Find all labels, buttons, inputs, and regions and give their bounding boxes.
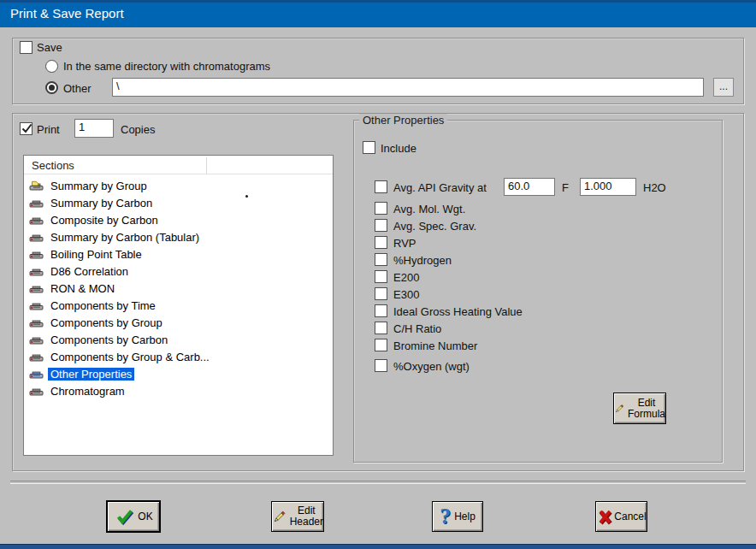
section-item-summary-by-group[interactable]: Summary by Group: [27, 178, 327, 195]
hydrogen-label: %Hydrogen: [393, 254, 452, 267]
section-item-chromatogram[interactable]: Chromatogram: [27, 383, 327, 400]
other-directory-radio[interactable]: [45, 81, 58, 94]
cancel-button-label: Cancel: [614, 511, 646, 522]
section-item-summary-by-carbon[interactable]: Summary by Carbon: [27, 195, 327, 212]
e200-checkbox[interactable]: [375, 270, 387, 283]
bromine-number-checkbox[interactable]: [375, 339, 387, 351]
printer-ready-icon: [29, 180, 44, 192]
avg-spec-grav-label: Avg. Spec. Grav.: [393, 220, 476, 233]
print-save-report-dialog: Print & Save Report Save In the same dir…: [0, 0, 756, 549]
other-properties-group-title: Other Properties: [359, 114, 447, 127]
oxygen-wgt-label: %Oxygen (wgt): [393, 360, 470, 373]
section-item-d86-correlation[interactable]: D86 Correlation: [27, 263, 327, 280]
titlebar: Print & Save Report: [0, 0, 756, 27]
save-checkbox[interactable]: [20, 41, 32, 54]
section-item-label: Summary by Carbon (Tabular): [48, 231, 202, 244]
e200-label: E200: [393, 271, 419, 284]
c-h-ratio-label: C/H Ratio: [393, 322, 441, 335]
section-item-label: Summary by Group: [48, 180, 150, 192]
avg-mol-wgt-label: Avg. Mol. Wgt.: [393, 203, 465, 215]
avg-api-gravity-checkbox[interactable]: [375, 180, 387, 193]
edit-formula-label: EditFormula: [628, 398, 665, 419]
print-checkbox[interactable]: [20, 122, 32, 135]
cancel-button[interactable]: Cancel: [595, 501, 647, 532]
api-temperature-input[interactable]: 60.0: [504, 178, 555, 196]
edit-header-label: EditHeader: [290, 505, 323, 527]
section-item-boiling-point-table[interactable]: Boiling Point Table: [27, 246, 327, 263]
browse-button[interactable]: ...: [713, 78, 734, 97]
section-item-label: Components by Group: [48, 316, 165, 329]
rvp-label: RVP: [393, 237, 416, 250]
api-specific-gravity-input[interactable]: 1.000: [580, 178, 636, 196]
save-checkbox-label: Save: [37, 41, 62, 54]
check-icon: [20, 121, 34, 136]
section-item-label: D86 Correlation: [48, 265, 131, 278]
ok-button[interactable]: OK: [106, 500, 161, 533]
avg-spec-grav-checkbox[interactable]: [375, 219, 387, 232]
ok-button-label: OK: [138, 511, 152, 522]
section-item-label: RON & MON: [48, 282, 117, 295]
printer-off-icon: [29, 282, 44, 295]
section-item-label: Components by Time: [48, 299, 158, 312]
printer-off-icon: [29, 197, 44, 210]
help-button-label: Help: [454, 511, 475, 522]
help-button[interactable]: ? Help: [432, 501, 483, 532]
edit-formula-button[interactable]: EditFormula: [613, 393, 666, 424]
print-checkbox-label: Print: [37, 123, 60, 136]
include-checkbox[interactable]: [363, 141, 375, 154]
other-properties-group: Other Properties Include Avg. API Gravit…: [353, 120, 723, 463]
printer-off-icon: [29, 316, 44, 329]
api-temperature-unit-label: F: [562, 181, 569, 194]
printer-off-icon: [29, 385, 44, 398]
printer-off-icon: [29, 334, 44, 346]
section-item-ron-mon[interactable]: RON & MON: [27, 280, 327, 298]
section-item-summary-by-carbon-tabular[interactable]: Summary by Carbon (Tabular): [27, 229, 327, 246]
section-item-other-properties[interactable]: Other Properties: [27, 366, 327, 383]
section-item-label: Summary by Carbon: [48, 197, 155, 210]
avg-mol-wgt-checkbox[interactable]: [375, 202, 387, 215]
sections-list: Sections Summary by GroupSummary by Carb…: [23, 155, 334, 456]
section-item-label: Components by Group & Carb...: [48, 351, 212, 363]
e300-checkbox[interactable]: [375, 287, 387, 300]
cancel-x-icon: [596, 508, 613, 525]
section-item-components-by-group[interactable]: Components by Group: [27, 315, 327, 332]
oxygen-wgt-checkbox[interactable]: [375, 359, 387, 372]
save-path-input[interactable]: \: [112, 78, 704, 97]
bromine-number-label: Bromine Number: [393, 339, 477, 352]
api-water-unit-label: H2O: [643, 181, 666, 194]
section-item-label: Other Properties: [48, 368, 134, 381]
e300-label: E300: [393, 288, 419, 301]
section-item-composite-by-carbon[interactable]: Composite by Carbon: [27, 212, 327, 229]
section-item-components-by-carbon[interactable]: Components by Carbon: [27, 332, 327, 349]
printer-off-icon: [29, 265, 44, 278]
ok-check-icon: [114, 507, 134, 526]
same-directory-radio[interactable]: [45, 60, 58, 73]
avg-api-gravity-label: Avg. API Gravity at: [393, 181, 487, 194]
bottom-edge-strip: [0, 544, 756, 549]
printer-off-icon: [29, 368, 44, 381]
other-directory-radio-label: Other: [63, 82, 92, 95]
footer-separator: [10, 481, 746, 484]
section-item-components-by-group-carb[interactable]: Components by Group & Carb...: [27, 349, 327, 366]
printer-off-icon: [29, 299, 44, 312]
question-mark-icon: ?: [440, 505, 451, 528]
copies-input[interactable]: 1: [74, 119, 114, 138]
edit-header-button[interactable]: EditHeader: [271, 501, 324, 532]
sections-list-header[interactable]: Sections: [24, 156, 333, 174]
printer-off-icon: [29, 351, 44, 363]
rvp-checkbox[interactable]: [375, 236, 387, 249]
printer-off-icon: [29, 231, 44, 244]
section-item-components-by-time[interactable]: Components by Time: [27, 298, 327, 315]
ideal-gross-heating-value-checkbox[interactable]: [375, 304, 387, 317]
window-title: Print & Save Report: [10, 6, 124, 21]
c-h-ratio-checkbox[interactable]: [375, 322, 387, 334]
section-item-label: Boiling Point Table: [48, 248, 145, 261]
section-item-label: Composite by Carbon: [48, 214, 161, 227]
include-checkbox-label: Include: [381, 142, 416, 155]
hydrogen-checkbox[interactable]: [375, 253, 387, 266]
section-item-label: Chromatogram: [48, 385, 127, 398]
column-divider[interactable]: [206, 157, 207, 174]
section-item-label: Components by Carbon: [48, 334, 170, 346]
pencil-icon: [272, 509, 286, 525]
copies-label: Copies: [121, 123, 155, 136]
